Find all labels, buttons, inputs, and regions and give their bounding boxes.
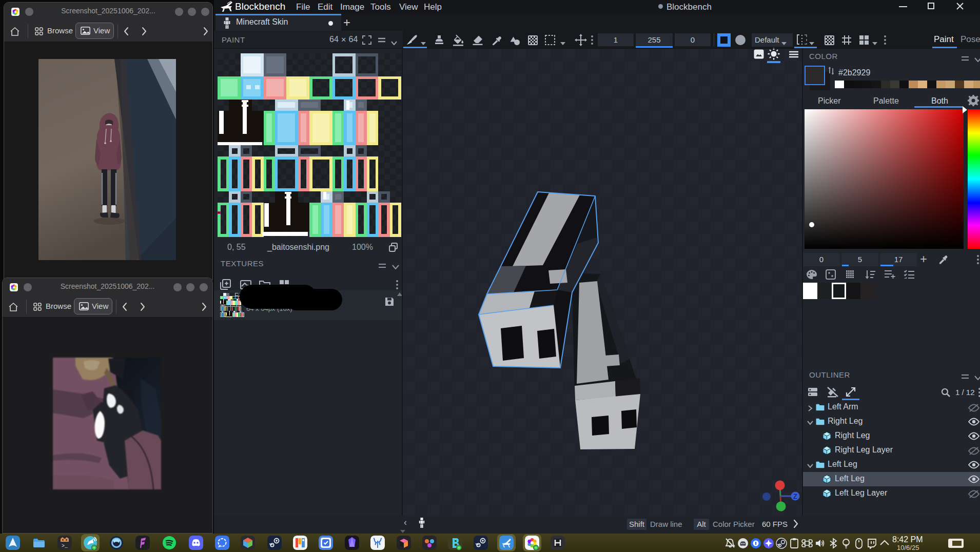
svg-text:>_: >_ [62, 543, 68, 549]
svg-text:Z: Z [793, 493, 797, 500]
